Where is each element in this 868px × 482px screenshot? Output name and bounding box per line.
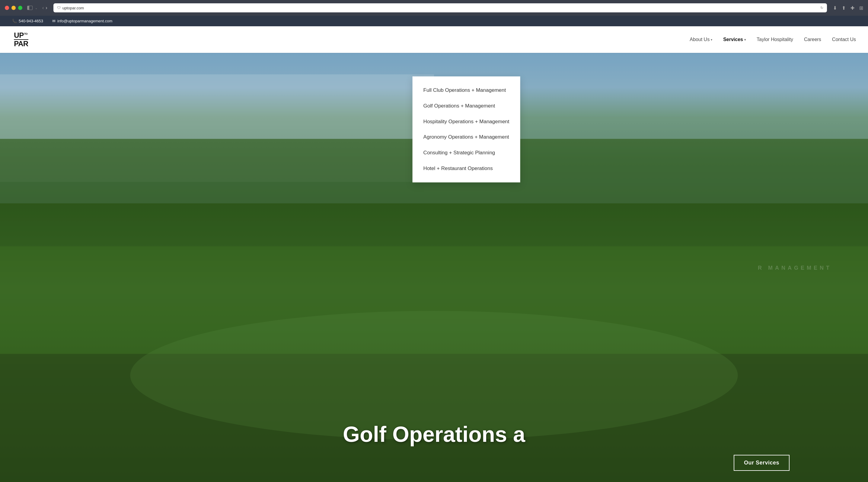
- nav-contact-us[interactable]: Contact Us: [832, 37, 856, 42]
- logo-par-text: PAR: [14, 40, 28, 48]
- hero-bg-text: R MANAGEMENT: [758, 265, 832, 271]
- main-nav: UP TO PAR About Us ▾ Services ▾ Taylor H…: [0, 26, 868, 53]
- tabs-icon[interactable]: ⊞: [859, 5, 863, 11]
- address-bar[interactable]: 🛡 uptopar.com ↻: [54, 3, 827, 12]
- dropdown-item-golf-ops[interactable]: Golf Operations + Management: [412, 98, 520, 114]
- nav-taylor-hospitality[interactable]: Taylor Hospitality: [756, 37, 793, 42]
- dropdown-item-agronomy-ops[interactable]: Agronomy Operations + Management: [412, 129, 520, 145]
- minimize-button[interactable]: [11, 6, 16, 10]
- logo-up-text: UP: [14, 32, 24, 39]
- hero-content: Golf Operations a: [0, 422, 868, 447]
- info-bar: 📞 540-943-4653 ✉ info@uptoparmanagement.…: [0, 16, 868, 26]
- nav-contact-us-label: Contact Us: [832, 37, 856, 42]
- forward-arrow-icon[interactable]: ›: [45, 5, 47, 10]
- about-us-caret-icon: ▾: [711, 38, 712, 41]
- hero-section-wrapper: R MANAGEMENT Golf Operations a Our Servi…: [0, 53, 868, 482]
- shield-icon: 🛡: [57, 6, 61, 10]
- dropdown-item-full-club[interactable]: Full Club Operations + Management: [412, 83, 520, 98]
- svg-point-5: [130, 311, 738, 440]
- download-icon[interactable]: ⬇: [833, 5, 837, 11]
- phone-info: 📞 540-943-4653: [12, 19, 43, 23]
- email-address: info@uptoparmanagement.com: [57, 19, 112, 23]
- close-button[interactable]: [5, 6, 9, 10]
- browser-controls: ⌄: [27, 6, 37, 10]
- nav-about-us[interactable]: About Us ▾: [690, 37, 712, 42]
- sidebar-toggle[interactable]: [27, 6, 33, 10]
- nav-services-label: Services: [723, 37, 743, 42]
- maximize-button[interactable]: [18, 6, 22, 10]
- logo-mark: UP TO PAR: [14, 32, 28, 48]
- services-dropdown-menu: Full Club Operations + Management Golf O…: [412, 77, 520, 182]
- dropdown-item-hospitality-ops[interactable]: Hospitality Operations + Management: [412, 114, 520, 129]
- logo-to-text: TO: [24, 32, 28, 35]
- email-info: ✉ info@uptoparmanagement.com: [52, 19, 112, 23]
- back-arrow-icon[interactable]: ‹: [42, 5, 44, 10]
- nav-services[interactable]: Services ▾: [723, 37, 746, 42]
- new-tab-icon[interactable]: ✚: [850, 5, 855, 11]
- nav-about-us-label: About Us: [690, 37, 710, 42]
- dropdown-item-consulting[interactable]: Consulting + Strategic Planning: [412, 145, 520, 161]
- chevron-down-icon[interactable]: ⌄: [35, 6, 37, 10]
- nav-arrows: ‹ ›: [42, 5, 48, 10]
- nav-careers-label: Careers: [804, 37, 821, 42]
- browser-chrome: ⌄ ‹ › 🛡 uptopar.com ↻ ⬇ ⬆ ✚ ⊞: [0, 0, 868, 16]
- reload-icon[interactable]: ↻: [820, 6, 823, 10]
- hero-title: Golf Operations a: [298, 422, 570, 447]
- nav-taylor-hospitality-label: Taylor Hospitality: [756, 37, 793, 42]
- phone-number: 540-943-4653: [19, 19, 43, 23]
- email-icon: ✉: [52, 19, 56, 23]
- logo[interactable]: UP TO PAR: [12, 30, 30, 49]
- dropdown-item-hotel-restaurant[interactable]: Hotel + Restaurant Operations: [412, 161, 520, 176]
- nav-links: About Us ▾ Services ▾ Taylor Hospitality…: [690, 37, 856, 42]
- browser-actions: ⬇ ⬆ ✚ ⊞: [833, 5, 863, 11]
- hero-cta-container: Our Services: [734, 455, 789, 471]
- url-text: uptopar.com: [62, 6, 84, 10]
- share-icon[interactable]: ⬆: [842, 5, 846, 11]
- traffic-lights: [5, 6, 22, 10]
- nav-careers[interactable]: Careers: [804, 37, 821, 42]
- our-services-button[interactable]: Our Services: [734, 455, 789, 471]
- services-caret-icon: ▾: [744, 38, 746, 41]
- phone-icon: 📞: [12, 19, 17, 23]
